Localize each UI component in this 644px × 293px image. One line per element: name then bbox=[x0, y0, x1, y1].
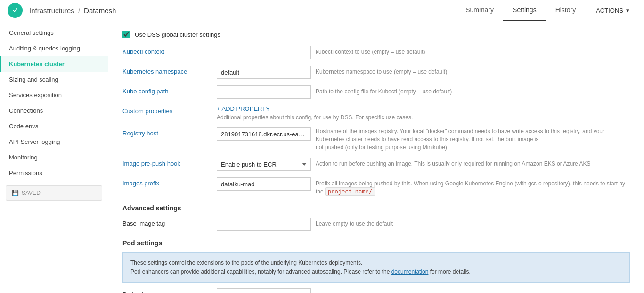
registry-host-hint: Hostname of the images registry. Your lo… bbox=[316, 127, 630, 151]
breadcrumb-separator: / bbox=[78, 7, 80, 15]
pod-settings-info-box: These settings control the extensions to… bbox=[122, 252, 630, 283]
sidebar-item-label: Auditing & queries logging bbox=[9, 45, 80, 52]
sidebar-item-label: Connections bbox=[9, 107, 43, 114]
saved-label: SAVED! bbox=[22, 190, 42, 196]
images-prefix-hint: Prefix all images being pushed by this. … bbox=[316, 177, 630, 196]
pod-settings-heading: Pod settings bbox=[122, 239, 630, 247]
registry-host-label: Registry host bbox=[122, 127, 217, 137]
sidebar-item-label: Services exposition bbox=[9, 92, 62, 99]
image-prepush-hook-control: Enable push to ECR Disable Custom script… bbox=[217, 158, 590, 171]
image-prepush-hook-label: Image pre-push hook bbox=[122, 158, 217, 167]
sidebar-item-label: General settings bbox=[9, 29, 54, 36]
custom-properties-row: Custom properties + ADD PROPERTY Additio… bbox=[122, 105, 630, 121]
images-prefix-row: Images prefix Prefix all images being pu… bbox=[122, 177, 630, 196]
images-prefix-label: Images prefix bbox=[122, 177, 217, 187]
kubectl-context-row: Kubectl context kubectl context to use (… bbox=[122, 46, 630, 59]
kubectl-context-input[interactable] bbox=[217, 46, 311, 59]
top-nav: Infrastructures / Datamesh Summary Setti… bbox=[0, 0, 644, 21]
sidebar-item-label: Kubernetes cluster bbox=[9, 60, 65, 67]
registry-host-row: Registry host Hostname of the images reg… bbox=[122, 127, 630, 151]
pod-enhancer-label: Pod enhancer bbox=[122, 288, 217, 293]
base-image-tag-label: Base image tag bbox=[122, 218, 217, 227]
images-prefix-input[interactable] bbox=[217, 177, 311, 191]
tab-summary[interactable]: Summary bbox=[456, 0, 503, 21]
kubernetes-namespace-control: Kubernetes namespace to use (empty = use… bbox=[217, 66, 447, 79]
sidebar-item-kubernetes-cluster[interactable]: Kubernetes cluster bbox=[0, 56, 108, 72]
kube-config-path-row: Kube config path Path to the config file… bbox=[122, 85, 630, 99]
kube-config-path-hint: Path to the config file for Kubectl (emp… bbox=[316, 85, 452, 96]
base-image-tag-row: Base image tag Leave empty to use the de… bbox=[122, 218, 630, 231]
pod-enhancer-select[interactable]: Nothing selected bbox=[217, 288, 311, 293]
sidebar-item-general-settings[interactable]: General settings bbox=[0, 25, 108, 41]
sidebar: General settings Auditing & queries logg… bbox=[0, 21, 108, 293]
pod-enhancer-control: Nothing selected bbox=[217, 288, 311, 293]
kubernetes-namespace-label: Kubernetes namespace bbox=[122, 66, 217, 75]
actions-button[interactable]: ACTIONS ▾ bbox=[589, 4, 636, 17]
sidebar-item-auditing-queries-logging[interactable]: Auditing & queries logging bbox=[0, 41, 108, 56]
images-prefix-code: project-name/ bbox=[325, 187, 375, 196]
actions-label: ACTIONS bbox=[596, 7, 623, 14]
pod-enhancer-row: Pod enhancer Nothing selected bbox=[122, 288, 630, 293]
use-dss-global-checkbox[interactable] bbox=[122, 31, 130, 38]
base-image-tag-input[interactable] bbox=[217, 218, 311, 231]
sidebar-item-api-server-logging[interactable]: API Server logging bbox=[0, 134, 108, 150]
image-prepush-hook-row: Image pre-push hook Enable push to ECR D… bbox=[122, 158, 630, 171]
advanced-settings-heading: Advanced settings bbox=[122, 204, 630, 212]
registry-host-input[interactable] bbox=[217, 127, 311, 141]
use-dss-global-label[interactable]: Use DSS global cluster settings bbox=[135, 31, 220, 38]
sidebar-item-label: API Server logging bbox=[9, 138, 60, 145]
pod-info-line2: Pod enhancers can provide additional cap… bbox=[130, 268, 622, 276]
kubectl-context-control: kubectl context to use (empty = use defa… bbox=[217, 46, 425, 59]
tab-settings[interactable]: Settings bbox=[503, 0, 546, 21]
sidebar-item-sizing-and-scaling[interactable]: Sizing and scaling bbox=[0, 72, 108, 87]
custom-properties-label: Custom properties bbox=[122, 105, 217, 115]
floppy-icon: 💾 bbox=[12, 190, 19, 196]
breadcrumb-root[interactable]: Infrastructures bbox=[29, 7, 74, 15]
image-prepush-hook-select[interactable]: Enable push to ECR Disable Custom script bbox=[217, 158, 311, 171]
breadcrumb-current: Datamesh bbox=[84, 7, 116, 15]
images-prefix-control: Prefix all images being pushed by this. … bbox=[217, 177, 630, 196]
sidebar-item-permissions[interactable]: Permissions bbox=[0, 165, 108, 181]
sidebar-item-label: Monitoring bbox=[9, 154, 38, 161]
pod-info-line1: These settings control the extensions to… bbox=[130, 259, 622, 268]
sidebar-item-services-exposition[interactable]: Services exposition bbox=[0, 87, 108, 103]
sidebar-item-code-envs[interactable]: Code envs bbox=[0, 118, 108, 134]
kube-config-path-label: Kube config path bbox=[122, 85, 217, 95]
base-image-tag-control: Leave empty to use the default bbox=[217, 218, 393, 231]
kubernetes-namespace-input[interactable] bbox=[217, 66, 311, 79]
breadcrumb: Infrastructures / Datamesh bbox=[29, 7, 116, 15]
layout: General settings Auditing & queries logg… bbox=[0, 21, 644, 293]
pod-info-link[interactable]: documentation bbox=[391, 268, 429, 275]
main-content: Use DSS global cluster settings Kubectl … bbox=[108, 21, 644, 293]
logo-icon bbox=[11, 6, 19, 15]
kube-config-path-input[interactable] bbox=[217, 85, 311, 99]
sidebar-item-label: Permissions bbox=[9, 169, 42, 176]
logo bbox=[8, 3, 23, 18]
saved-indicator: 💾 SAVED! bbox=[6, 185, 102, 201]
base-image-tag-hint: Leave empty to use the default bbox=[316, 218, 393, 228]
kubernetes-namespace-hint: Kubernetes namespace to use (empty = use… bbox=[316, 66, 447, 76]
sidebar-item-monitoring[interactable]: Monitoring bbox=[0, 150, 108, 165]
custom-properties-control: + ADD PROPERTY Additional properties abo… bbox=[217, 105, 630, 121]
actions-chevron-icon: ▾ bbox=[626, 7, 629, 14]
registry-host-control: Hostname of the images registry. Your lo… bbox=[217, 127, 630, 151]
sidebar-item-connections[interactable]: Connections bbox=[0, 103, 108, 118]
top-right-nav: Summary Settings History ACTIONS ▾ bbox=[456, 0, 636, 21]
kubernetes-namespace-row: Kubernetes namespace Kubernetes namespac… bbox=[122, 66, 630, 79]
sidebar-item-label: Code envs bbox=[9, 123, 38, 130]
kube-config-path-control: Path to the config file for Kubectl (emp… bbox=[217, 85, 452, 99]
add-property-desc: Additional properties about this config,… bbox=[217, 114, 630, 121]
image-prepush-hook-hint: Action to run before pushing an image. T… bbox=[316, 158, 590, 168]
add-property-link[interactable]: + ADD PROPERTY bbox=[217, 105, 630, 112]
sidebar-item-label: Sizing and scaling bbox=[9, 76, 58, 83]
tab-history[interactable]: History bbox=[546, 0, 586, 21]
use-dss-global-row: Use DSS global cluster settings bbox=[122, 31, 630, 38]
kubectl-context-hint: kubectl context to use (empty = use defa… bbox=[316, 46, 425, 56]
kubectl-context-label: Kubectl context bbox=[122, 46, 217, 55]
